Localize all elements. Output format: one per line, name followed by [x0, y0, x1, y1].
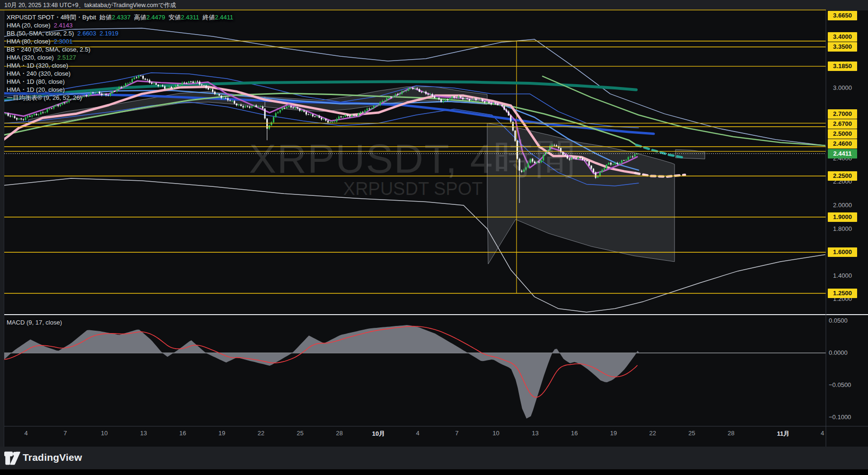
price-level-label[interactable]: 2.4600	[828, 139, 857, 149]
legend-text: 高値	[134, 14, 146, 21]
price-level-label[interactable]: 2.2500	[828, 171, 857, 181]
legend-text: 2.5127	[57, 54, 76, 61]
time-tick-label[interactable]: 7	[63, 430, 67, 437]
time-tick-label[interactable]: 28	[728, 430, 734, 437]
price-tick-label[interactable]: 1.8000	[828, 224, 857, 234]
time-tick-label[interactable]: 13	[140, 430, 147, 437]
macd-tick-label[interactable]: 0.0000	[829, 349, 862, 356]
legend-text: 安値	[168, 14, 181, 21]
macd-tick-label[interactable]: −0.0500	[829, 381, 862, 388]
time-tick-label[interactable]: 7	[455, 430, 458, 437]
price-level-label[interactable]: 2.7000	[828, 109, 857, 119]
legend-row-6[interactable]: HMA・1D (320, close)	[7, 62, 233, 70]
price-level-label[interactable]: 3.6650	[828, 11, 857, 20]
legend-text: 終値	[202, 14, 215, 21]
legend-text: XRPUSDT SPOT・4時間・Bybit	[7, 14, 99, 21]
legend-row-4[interactable]: BB・240 (50, SMA, close, 2.5)	[7, 45, 233, 53]
legend-text: 始値	[99, 14, 112, 21]
legend-text: HMA・240 (320, close)	[7, 70, 70, 77]
time-tick-label[interactable]: 22	[649, 430, 656, 437]
time-tick-label[interactable]: 10	[101, 430, 107, 437]
ichimoku-cloud	[487, 123, 675, 264]
time-tick-label[interactable]: 22	[258, 430, 264, 437]
price-level-label[interactable]: 2.5000	[828, 129, 857, 139]
tradingview-wordmark[interactable]: TradingView	[23, 452, 82, 463]
price-level-label[interactable]: 3.4000	[828, 32, 857, 42]
time-tick-label[interactable]: 4	[821, 430, 824, 437]
legend-text: HMA・1D (20, close)	[7, 86, 65, 93]
time-tick-label[interactable]: 19	[219, 430, 225, 437]
time-tick-label[interactable]: 4	[24, 430, 27, 437]
legend-text: 2.4143	[54, 22, 73, 29]
legend-text: HMA・1D (320, close)	[7, 62, 68, 69]
legend-text: 2.4479	[146, 14, 168, 21]
macd-tick-label[interactable]: −0.1000	[829, 413, 862, 421]
legend-row-2[interactable]: BB (50, SMA, close, 2.5) 2.6603 2.1919	[7, 29, 233, 37]
bottom-spacer	[0, 469, 868, 475]
time-month-label[interactable]: 10月	[372, 430, 385, 438]
macd-area	[4, 325, 640, 419]
time-tick-label[interactable]: 25	[297, 430, 303, 437]
legend-text: 2.1919	[100, 30, 119, 37]
bb240-lower-line	[4, 178, 825, 312]
legend-row-7[interactable]: HMA・240 (320, close)	[7, 70, 233, 78]
legend-text: 2.4337	[112, 14, 134, 21]
legend-row-8[interactable]: HMA・1D (80, close)	[7, 78, 233, 86]
time-tick-label[interactable]: 4	[416, 430, 419, 437]
current-price-label[interactable]: 2.4411	[828, 149, 857, 158]
price-tick-label[interactable]: 1.4000	[828, 271, 857, 281]
price-level-label[interactable]: 1.2500	[828, 289, 857, 298]
time-tick-label[interactable]: 28	[336, 430, 342, 437]
time-tick-label[interactable]: 25	[688, 430, 695, 437]
price-level-label[interactable]: 3.3500	[828, 42, 857, 52]
macd-indicator-label[interactable]: MACD (9, 17, close)	[7, 319, 62, 326]
price-level-label[interactable]: 3.1850	[828, 62, 857, 71]
collapsed-toolbar-strip[interactable]	[0, 10, 4, 447]
legend-row-10[interactable]: 一目均衡表® (9, 26, 52, 26)	[7, 94, 233, 102]
time-tick-label[interactable]: 10	[492, 430, 499, 437]
price-tick-label[interactable]: 3.0000	[828, 83, 857, 93]
legend-text: 2.4311	[181, 14, 202, 21]
legend-text: HMA (320, close)	[7, 54, 57, 61]
legend-text: 一目均衡表® (9, 26, 52, 26)	[7, 94, 82, 101]
legend-row-1[interactable]: HMA (20, close) 2.4143	[7, 21, 233, 29]
legend-text: HMA・1D (80, close)	[7, 78, 65, 85]
legend-text: 2.3001	[54, 38, 73, 45]
time-tick-label[interactable]: 16	[571, 430, 578, 437]
legend-row-5[interactable]: HMA (320, close) 2.5127	[7, 53, 233, 62]
price-tick-label[interactable]: 2.0000	[828, 201, 857, 210]
macd-tick-label[interactable]: 0.0500	[829, 317, 862, 324]
time-tick-label[interactable]: 16	[179, 430, 186, 437]
time-tick-label[interactable]: 19	[610, 430, 617, 437]
legend-text: HMA (20, close)	[7, 22, 54, 29]
price-level-label[interactable]: 1.6000	[828, 247, 857, 257]
legend-text: BB・240 (50, SMA, close, 2.5)	[7, 46, 90, 53]
legend-text: 2.6603	[78, 30, 100, 37]
time-tick-label[interactable]: 13	[532, 430, 538, 437]
legend-row-9[interactable]: HMA・1D (20, close)	[7, 86, 233, 94]
footer-bar: TradingView	[0, 447, 868, 469]
legend-row-0[interactable]: XRPUSDT SPOT・4時間・Bybit 始値2.4337 高値2.4479…	[7, 13, 233, 21]
legend-text: 2.4411	[215, 14, 233, 21]
tradingview-logo-icon	[4, 451, 21, 466]
time-month-label[interactable]: 11月	[777, 430, 789, 438]
tradingview-chart-page: 10月 20, 2025 13:48 UTC+9、takatabaがTradin…	[0, 0, 868, 475]
indicator-legend: XRPUSDT SPOT・4時間・Bybit 始値2.4337 高値2.4479…	[7, 13, 233, 102]
price-level-label[interactable]: 1.9000	[828, 212, 857, 222]
macd-pane[interactable]	[0, 315, 868, 419]
legend-text: BB (50, SMA, close, 2.5)	[7, 30, 78, 37]
price-level-label[interactable]: 2.6700	[828, 119, 857, 129]
legend-text: HMA (80, close)	[7, 38, 54, 45]
legend-row-3[interactable]: HMA (80, close) 2.3001	[7, 37, 233, 45]
